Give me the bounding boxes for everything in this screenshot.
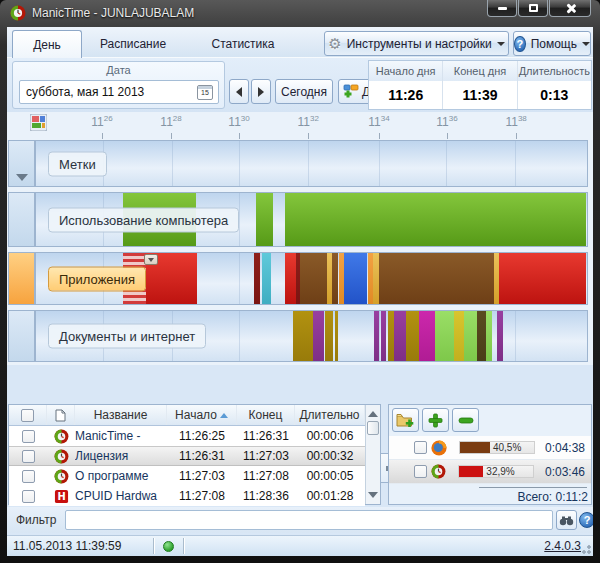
table-scrollbar[interactable]	[365, 405, 380, 504]
row-checkbox-cell[interactable]	[9, 490, 47, 503]
timeline-row-computer-usage[interactable]: Использование компьютера	[8, 192, 588, 247]
activity-segment[interactable]	[262, 253, 271, 304]
row-checkbox[interactable]	[414, 441, 427, 454]
summary-row[interactable]: 32,9%0:03:46	[389, 460, 591, 484]
row-track[interactable]: Метки	[35, 140, 588, 187]
column-header-start[interactable]: Начало	[167, 405, 237, 425]
row-checkbox[interactable]	[22, 490, 35, 503]
activity-segment[interactable]	[325, 311, 333, 361]
tab-strip: День Расписание Статистика ⚙ Инструменты…	[7, 27, 593, 58]
group-add-button[interactable]	[392, 408, 419, 432]
row-gutter[interactable]	[8, 310, 35, 362]
resize-grip[interactable]	[579, 542, 591, 554]
filter-input[interactable]	[65, 510, 553, 530]
date-group-label: Дата	[13, 64, 224, 76]
activity-segment[interactable]	[285, 193, 586, 246]
row-track[interactable]: Приложения	[35, 252, 588, 305]
table-row[interactable]: ManicTime -11:26:2511:26:3100:00:06	[9, 426, 365, 446]
row-start: 11:27:03	[167, 469, 237, 483]
manictime-icon	[47, 469, 75, 484]
percent-label: 32,9%	[486, 466, 514, 477]
row-track[interactable]: Документы и интернет	[35, 310, 588, 362]
table-row[interactable]: Лицензия11:26:3111:27:0300:00:32	[9, 446, 365, 466]
close-button[interactable]	[549, 0, 591, 17]
previous-day-button[interactable]	[229, 79, 249, 104]
row-label-applications[interactable]: Приложения	[48, 266, 146, 291]
timeline-row-tags[interactable]: Метки	[8, 140, 588, 187]
summary-row[interactable]: 40,5%0:04:38	[389, 436, 591, 460]
row-label-tags[interactable]: Метки	[48, 151, 107, 176]
minimize-button[interactable]	[487, 0, 517, 17]
row-checkbox[interactable]	[414, 465, 427, 478]
select-all-checkbox[interactable]	[21, 409, 34, 422]
scroll-down-icon[interactable]	[368, 492, 378, 498]
row-gutter[interactable]	[8, 252, 35, 305]
row-checkbox-cell[interactable]	[9, 430, 47, 443]
filter-label: Фильтр	[16, 513, 56, 527]
activity-segment[interactable]	[344, 253, 367, 304]
activity-segment[interactable]	[254, 253, 260, 304]
percent-bar: 40,5%	[459, 441, 535, 454]
header-icon-cell[interactable]	[47, 405, 75, 425]
search-button[interactable]	[556, 510, 577, 530]
activity-segment[interactable]	[335, 311, 338, 361]
today-button[interactable]: Сегодня	[275, 79, 333, 104]
activity-segment[interactable]	[300, 253, 326, 304]
activity-segment[interactable]	[379, 253, 495, 304]
help-button[interactable]: ? Помощь	[513, 31, 591, 56]
activity-segment[interactable]	[497, 311, 503, 361]
activity-segment[interactable]	[499, 253, 586, 304]
table-row[interactable]: О программе11:27:0311:27:0800:00:05	[9, 466, 365, 486]
tools-settings-button[interactable]: ⚙ Инструменты и настройки	[324, 31, 509, 56]
title-bar[interactable]: ManicTime - JUNLAJUBALAM	[0, 0, 600, 27]
calendar-icon[interactable]: 15	[197, 85, 213, 100]
add-button[interactable]	[422, 408, 449, 432]
header-checkbox-cell[interactable]	[9, 405, 47, 425]
activity-segment[interactable]	[381, 311, 385, 361]
timeline-row-documents[interactable]: Документы и интернет	[8, 310, 588, 362]
row-label-documents[interactable]: Документы и интернет	[48, 324, 206, 349]
remove-button[interactable]	[452, 408, 479, 432]
scroll-thumb[interactable]	[367, 421, 379, 435]
maximize-button[interactable]	[518, 0, 548, 17]
activity-segment[interactable]	[293, 311, 313, 361]
activity-segment[interactable]	[374, 311, 379, 361]
collapse-arrow-icon[interactable]	[16, 174, 28, 181]
version-link[interactable]: 2.4.0.3	[544, 539, 581, 553]
row-track[interactable]: Использование компьютера	[35, 192, 588, 247]
column-header-duration[interactable]: Длительно	[295, 405, 365, 425]
filter-bar: Фильтр ?	[7, 507, 593, 533]
activity-segment[interactable]	[394, 311, 406, 361]
activity-segment[interactable]	[419, 311, 435, 361]
activity-segment[interactable]	[313, 311, 324, 361]
column-header-end[interactable]: Конец	[237, 405, 295, 425]
activity-segment[interactable]	[406, 311, 419, 361]
table-row[interactable]: HCPUID Hardwa11:27:0811:28:3600:01:28	[9, 486, 365, 506]
activity-segment[interactable]	[477, 311, 486, 361]
row-checkbox[interactable]	[22, 430, 35, 443]
activity-segment[interactable]	[464, 311, 477, 361]
activity-segment[interactable]	[486, 311, 492, 361]
row-checkbox[interactable]	[22, 470, 35, 483]
column-header-name[interactable]: Название	[75, 405, 167, 425]
row-gutter[interactable]	[8, 140, 35, 187]
row-checkbox-cell[interactable]	[9, 470, 47, 483]
activity-segment[interactable]	[256, 193, 273, 246]
activity-segment[interactable]	[454, 311, 464, 361]
next-day-button[interactable]	[251, 79, 271, 104]
tab-schedule[interactable]: Расписание	[82, 30, 184, 58]
tab-statistics[interactable]: Статистика	[184, 30, 302, 58]
activity-segment[interactable]	[435, 311, 454, 361]
date-picker-input[interactable]: суббота, мая 11 2013 15	[19, 80, 219, 104]
filter-help-icon[interactable]: ?	[579, 512, 593, 528]
timeline-row-applications[interactable]: Приложения	[8, 252, 588, 305]
segment-dropdown-icon[interactable]	[144, 254, 158, 265]
row-checkbox[interactable]	[22, 450, 35, 463]
activity-segment[interactable]	[332, 253, 339, 304]
row-label-computer-usage[interactable]: Использование компьютера	[48, 207, 239, 232]
row-checkbox-cell[interactable]	[9, 450, 47, 463]
row-gutter[interactable]	[8, 192, 35, 247]
scroll-up-icon[interactable]	[368, 411, 378, 417]
activity-segment[interactable]	[285, 253, 295, 304]
tab-day[interactable]: День	[12, 30, 82, 58]
